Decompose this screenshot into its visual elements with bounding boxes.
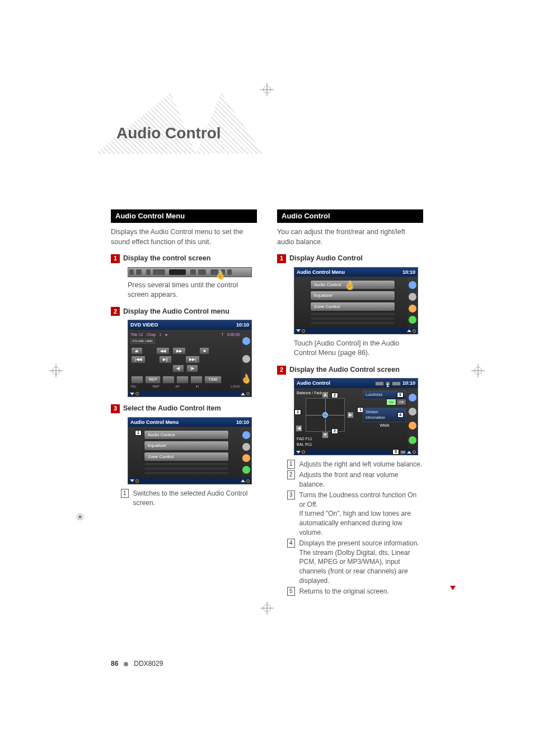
ss-ind-rep: REP (152, 384, 159, 389)
loudness-label: Loudness (366, 392, 382, 398)
loudness-block: Loudness 3 (363, 390, 406, 399)
ss-rep-btn: REP (145, 376, 161, 384)
side-tools-icon (242, 355, 250, 363)
arrow-up-icon: ▲ (322, 391, 329, 398)
hand-pointer-icon: ☝ (216, 270, 226, 280)
ss-blank-btn (190, 376, 203, 384)
right-callout-1: 1 Adjusts the right and left volume bala… (287, 460, 423, 469)
margin-triangle (450, 586, 456, 590)
menu-item-audio-control: Audio Control (144, 430, 229, 440)
model-name: DDX8029 (134, 659, 163, 669)
dvd-video-screenshot: DVD VIDEO 10:10 Title 12 Chap 1 ► T 0:00… (128, 320, 252, 397)
right-callout-1-text: Adjusts the right and left volume balanc… (299, 460, 423, 469)
loud-on: On (386, 399, 396, 405)
hand-pointer-icon: ☝ (345, 280, 355, 290)
ss-blank-btn (162, 376, 175, 384)
page-number: 86 (111, 659, 118, 669)
callout-1-marker: 1 (135, 430, 142, 436)
stream-label: Stream Information (366, 409, 397, 421)
side-tools-icon (409, 293, 416, 301)
callout-5-marker: 5 (392, 449, 399, 455)
left-step1-label: Display the control screen (123, 254, 210, 264)
side-orange-icon (409, 305, 416, 312)
right-callout-5: 5 Returns to the original screen. (287, 587, 423, 596)
balance-position-dot (322, 412, 328, 418)
ss-ind-af: AF (175, 384, 180, 389)
ss-page-indicator: 1 (386, 381, 390, 386)
ss-clock: 10:10 (236, 321, 249, 329)
loud-off: Off (396, 399, 406, 405)
side-tools-icon (409, 408, 416, 416)
menu-item-blank (310, 317, 395, 320)
side-tools-icon (242, 443, 250, 451)
crop-mark-top (260, 83, 274, 96)
arrow-right-icon: ▶ (347, 412, 354, 418)
ss-title: DVD VIDEO (130, 321, 158, 329)
audio-menu-screenshot-left: Audio Control Menu 10:10 1 Audio Control… (128, 417, 252, 484)
ss-title: Audio Control (297, 380, 330, 387)
menu-item-blank (144, 463, 229, 466)
ss-time-btn: TIME (204, 376, 222, 384)
callout-1-marker: 1 (294, 409, 301, 415)
left-step2-label: Display the Audio Control menu (123, 307, 229, 317)
fad-value: FAD F11 (297, 436, 360, 442)
callout-2b-marker: 2 (331, 428, 338, 434)
ss-blank-btn (131, 376, 143, 384)
left-step1-note: Press several times until the control sc… (128, 281, 257, 300)
right-callout-2-text: Adjusts the front and rear volume balanc… (299, 470, 423, 489)
left-step3: 3 Select the Audio Control item (111, 404, 257, 414)
step-number-icon: 2 (277, 366, 286, 375)
ss-time-t: T (221, 332, 223, 338)
left-step2: 2 Display the Audio Control menu (111, 307, 257, 317)
ss-ind-loud: LOUD (231, 384, 240, 389)
side-orange-icon (242, 454, 250, 462)
step-number-icon: 2 (111, 307, 120, 316)
stream-value: WMA (363, 423, 406, 428)
crop-mark-right (471, 364, 485, 377)
right-column: Audio Control You can adjust the front/r… (277, 209, 423, 597)
right-step2: 2 Display the Audio Control screen (277, 365, 423, 375)
ss-clock: 10:10 (402, 269, 415, 276)
ss-title-num: Title 12 (130, 332, 143, 338)
ss-btn-stop: ■ (199, 347, 209, 355)
balfad-label: Balance / Fader (297, 390, 360, 396)
right-callout-3-text: Turns the Loudness control function On o… (299, 491, 423, 538)
audio-control-screenshot: Audio Control 1 10:10 Balance / Fader 2 … (294, 378, 418, 455)
right-callout-2: 2 Adjusts the front and rear volume bala… (287, 470, 423, 489)
ss-btn-play: ▶|| (159, 356, 172, 363)
side-globe-icon (409, 281, 416, 289)
control-bar-screenshot: ☝ (128, 267, 252, 277)
right-callout-4: 4 Displays the present source informatio… (287, 539, 423, 586)
section-bar-left: Audio Control Menu (111, 209, 257, 223)
ss-elapsed: 0:00:05 (227, 332, 240, 338)
ss-chap-num: 1 (159, 332, 161, 338)
ss-btn-ff: ▶▶ (172, 347, 186, 355)
ss-tab-icon (392, 381, 401, 386)
balance-fader-grid: ▲ ▼ (306, 398, 345, 432)
ss-btn-prev: |◀◀ (131, 356, 146, 363)
ss-tab-icon (375, 381, 384, 386)
content-columns: Audio Control Menu Displays the Audio Co… (111, 209, 423, 597)
step-number-icon: 1 (277, 254, 286, 263)
callout-box-1: 1 (121, 489, 129, 498)
arrow-left-icon: ◀ (296, 425, 302, 432)
callout-box: 1 (287, 460, 295, 469)
hand-pointer-icon: ☝ (241, 374, 251, 384)
bal-value: BAL R11 (297, 442, 360, 447)
right-callout-4-text: Displays the present source information.… (299, 539, 423, 586)
stream-block: Stream Information 4 (363, 408, 406, 422)
callout-4-marker: 4 (397, 412, 404, 418)
menu-item-equalizer: Equalizer (144, 441, 229, 450)
footer-dot-icon (124, 662, 128, 666)
crop-mark-bottom (260, 601, 274, 615)
crop-mark-left (49, 364, 63, 377)
menu-item-blank (144, 472, 229, 475)
ss-ind-tel: TEL (130, 384, 137, 389)
audio-menu-screenshot-right: Audio Control Menu 10:10 Audio Control ☝… (294, 267, 418, 334)
menu-item-zone-control: Zone Control (144, 452, 229, 461)
side-globe-icon (242, 337, 250, 345)
left-callout-1: 1 Switches to the selected Audio Control… (121, 489, 257, 508)
ss-ind-in: IN (195, 384, 199, 389)
ss-title: Audio Control Menu (297, 269, 345, 276)
ss-clock: 10:10 (236, 419, 249, 426)
